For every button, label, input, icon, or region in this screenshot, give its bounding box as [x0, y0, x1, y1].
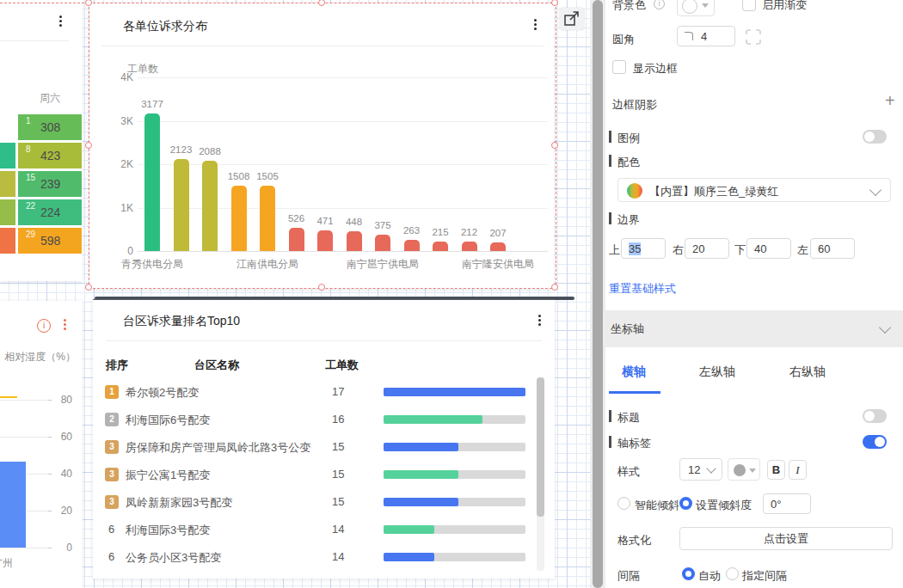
ticket-count: 15	[332, 468, 344, 481]
margin-bottom-input[interactable]: 40	[746, 238, 791, 259]
style-label: 样式	[617, 464, 640, 480]
italic-button[interactable]: I	[789, 460, 807, 480]
calendar-cell: 8423	[18, 143, 82, 168]
margin-top-input[interactable]: 35	[621, 238, 666, 259]
all-corners-icon[interactable]	[745, 28, 762, 46]
y-gridline	[0, 400, 48, 401]
tab-horizontal-axis[interactable]: 横轴	[622, 364, 646, 380]
margin-left-label: 左	[797, 242, 808, 258]
y-tick-label: 0	[50, 542, 72, 554]
rank-badge: 3	[105, 440, 119, 454]
table-row: 6公务员小区3号配变14	[93, 543, 555, 571]
ticket-count: 14	[332, 550, 344, 563]
expand-resize-icon	[560, 8, 584, 30]
color-scheme-value: 【内置】顺序三色_绿黄红	[649, 184, 778, 199]
top10-table-widget[interactable]: 台区诉求量排名Top10 排序 台区名称 工单数 1希尔顿2号配变172利海国际…	[93, 299, 555, 579]
corner-radius-label: 圆角	[612, 32, 635, 47]
calendar-cell-value: 239	[40, 177, 60, 191]
selection-handle[interactable]	[318, 284, 325, 291]
font-color-select[interactable]	[728, 458, 760, 481]
row-bar-fill	[384, 498, 458, 506]
axis-section-header[interactable]	[605, 310, 903, 347]
info-circle-icon[interactable]: i	[37, 319, 51, 333]
kebab-menu-icon[interactable]	[58, 317, 71, 336]
calendar-heatmap-widget[interactable]: 周六 13088423152392222429598	[0, 0, 83, 281]
ticket-count: 17	[332, 385, 344, 398]
station-name: 振宁公寓1号配变	[126, 468, 210, 483]
background-color-picker[interactable]	[677, 0, 715, 16]
row-bar-track	[384, 498, 525, 506]
row-bar-fill	[384, 470, 458, 479]
selection-handle[interactable]	[85, 142, 92, 149]
enable-gradient-checkbox[interactable]	[742, 0, 756, 11]
style-settings-panel: 背景色 i 启用渐变 圆角 4 显示边框 边框阴影 + 图例 配色 【内置】	[590, 0, 903, 588]
add-shadow-button[interactable]: +	[885, 91, 895, 111]
selection-guide-line	[0, 3, 89, 3]
selection-handle[interactable]	[551, 284, 558, 291]
ticket-count: 14	[332, 523, 344, 536]
margin-right-input[interactable]: 20	[685, 238, 729, 259]
column-header-rank: 排序	[106, 358, 128, 373]
y-axis-name: 相对湿度（%）	[0, 350, 76, 364]
interval-auto-radio[interactable]	[682, 567, 695, 580]
calendar-cell-value: 423	[40, 149, 60, 162]
font-size-select[interactable]: 12	[679, 458, 722, 481]
humidity-bar	[0, 462, 26, 548]
corner-radius-input[interactable]: 4	[677, 26, 735, 46]
caret-down-icon	[702, 3, 709, 8]
selection-rect	[89, 3, 556, 289]
calendar-day-number: 29	[26, 230, 35, 239]
background-color-label: 背景色	[612, 0, 646, 13]
selection-handle[interactable]	[551, 142, 558, 149]
divider	[0, 40, 69, 41]
slope-degree-input[interactable]: 0°	[763, 493, 811, 514]
font-size-value: 12	[688, 463, 700, 476]
axis-title-label: 标题	[617, 410, 640, 426]
color-scheme-select[interactable]: 【内置】顺序三色_绿黄红	[617, 178, 891, 202]
tab-right-y-axis[interactable]: 右纵轴	[789, 364, 826, 380]
margin-left-input[interactable]: 60	[810, 238, 855, 259]
panel-scrollbar-thumb[interactable]	[593, 0, 603, 588]
reset-base-style-link[interactable]: 重置基础样式	[609, 281, 676, 297]
tab-left-y-axis[interactable]: 左纵轴	[699, 364, 735, 380]
row-bar-track	[384, 553, 525, 561]
row-bar-fill	[384, 415, 482, 424]
calendar-day-number: 22	[26, 201, 35, 211]
section-marker	[609, 436, 611, 448]
section-marker	[609, 155, 611, 167]
station-name: 房保障和房产管理局凤岭北路3号公变	[126, 440, 310, 456]
dashboard-canvas[interactable]: 周六 13088423152392222429598 各单位诉求分布 工单数 4…	[0, 0, 590, 588]
smart-slope-radio[interactable]	[617, 497, 630, 510]
station-name: 凤岭新新家园3号配变	[126, 495, 232, 511]
bold-button[interactable]: B	[767, 460, 785, 480]
rank-text: 6	[108, 523, 114, 536]
selection-handle[interactable]	[85, 284, 92, 291]
interval-custom-radio[interactable]	[726, 567, 739, 580]
set-slope-radio[interactable]	[679, 497, 692, 510]
kebab-menu-icon[interactable]	[54, 14, 66, 33]
calendar-cell-value: 598	[40, 234, 60, 248]
calendar-cell-partial	[0, 143, 15, 168]
table-scrollbar-thumb[interactable]	[537, 377, 544, 517]
legend-toggle[interactable]	[863, 130, 887, 144]
legend-label: 图例	[617, 131, 640, 146]
chevron-down-icon	[706, 463, 716, 473]
margins-label: 边界	[617, 212, 640, 228]
calendar-cell-partial	[0, 199, 15, 225]
y-gridline	[0, 548, 48, 548]
format-label: 格式化	[617, 533, 651, 548]
humidity-chart-widget[interactable]: i 相对湿度（%） 806040200 广州	[0, 301, 83, 588]
axis-title-toggle[interactable]	[863, 409, 887, 423]
expand-resize-button[interactable]	[560, 8, 584, 30]
kebab-menu-icon[interactable]	[533, 313, 545, 332]
selection-handle[interactable]	[551, 0, 558, 6]
show-border-checkbox[interactable]	[612, 60, 626, 74]
axis-tick-label-toggle[interactable]	[863, 435, 887, 449]
caret-down-icon	[749, 469, 756, 473]
rank-badge: 1	[105, 385, 119, 399]
format-settings-button[interactable]: 点击设置	[679, 527, 893, 550]
margin-top-label: 上	[609, 242, 620, 258]
calendar-cell-value: 224	[40, 205, 60, 219]
ticket-count: 15	[332, 495, 344, 508]
row-bar-track	[384, 525, 525, 534]
